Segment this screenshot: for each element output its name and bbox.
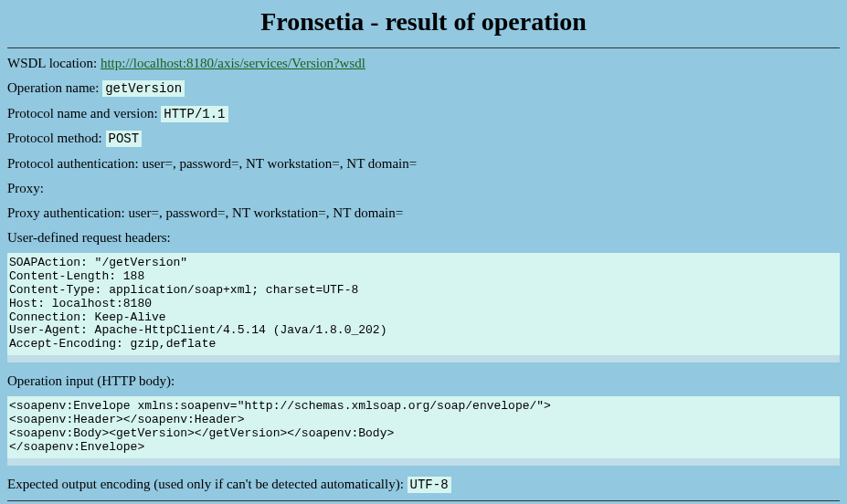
protocol-version-value: HTTP/1.1 — [161, 106, 228, 122]
http-body-block: <soapenv:Envelope xmlns:soapenv="http://… — [7, 396, 840, 458]
protocol-method-row: Protocol method: POST — [7, 129, 840, 149]
expected-encoding-value: UTF-8 — [408, 477, 451, 493]
user-headers-label: User-defined request headers: — [7, 230, 171, 245]
wsdl-location-link[interactable]: http://localhost:8180/axis/services/Vers… — [101, 56, 365, 70]
operation-name-row: Operation name: getVersion — [7, 79, 840, 99]
protocol-version-label: Protocol name and version: — [7, 106, 161, 121]
operation-input-label: Operation input (HTTP body): — [7, 373, 175, 388]
operation-name-value: getVersion — [102, 80, 185, 97]
operation-name-label: Operation name: — [7, 80, 102, 95]
protocol-auth-row: Protocol authentication: user=, password… — [7, 154, 840, 173]
block-divider — [7, 458, 840, 466]
proxy-auth-row: Proxy authentication: user=, password=, … — [7, 204, 840, 223]
protocol-version-row: Protocol name and version: HTTP/1.1 — [7, 104, 840, 124]
user-headers-label-row: User-defined request headers: — [7, 228, 840, 247]
wsdl-location-row: WSDL location: http://localhost:8180/axi… — [7, 54, 840, 73]
protocol-method-label: Protocol method: — [7, 131, 106, 145]
page-title: Fronsetia - result of operation — [7, 7, 840, 37]
proxy-row: Proxy: — [7, 179, 840, 198]
protocol-method-value: POST — [106, 131, 143, 147]
expected-encoding-label: Expected output encoding (used only if c… — [7, 477, 408, 491]
divider — [7, 500, 840, 501]
protocol-auth-label: Protocol authentication: user=, password… — [7, 156, 417, 171]
proxy-auth-label: Proxy authentication: user=, password=, … — [7, 205, 403, 220]
expected-encoding-row: Expected output encoding (used only if c… — [7, 475, 840, 495]
block-divider — [7, 355, 840, 362]
wsdl-location-label: WSDL location: — [7, 56, 101, 70]
divider — [7, 47, 840, 48]
proxy-label: Proxy: — [7, 181, 44, 195]
operation-input-label-row: Operation input (HTTP body): — [7, 372, 840, 391]
request-headers-block: SOAPAction: "/getVersion" Content-Length… — [7, 253, 840, 356]
